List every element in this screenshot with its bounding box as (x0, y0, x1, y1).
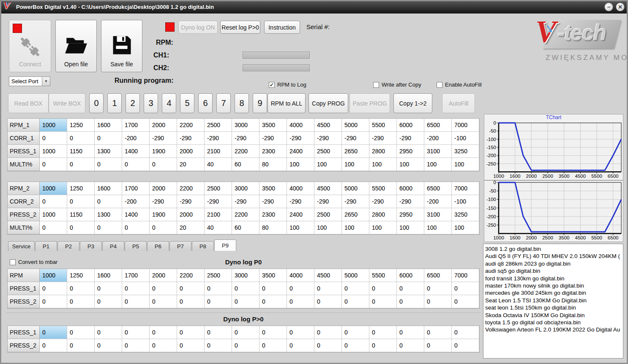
grid-cell[interactable]: 100 (287, 158, 314, 171)
grid-cell[interactable]: 0 (95, 195, 122, 208)
grid-cell[interactable]: 0 (122, 339, 150, 352)
grid-cell[interactable]: 0 (205, 295, 232, 308)
grid-cell[interactable]: 2100 (205, 208, 232, 221)
grid-cell[interactable]: 100 (314, 221, 342, 234)
grid-cell[interactable]: 0 (342, 282, 369, 295)
grid-cell[interactable]: 1250 (67, 119, 95, 132)
grid-cell[interactable]: 2400 (287, 145, 314, 158)
checkbox-box[interactable] (373, 82, 379, 88)
grid-cell[interactable]: 3100 (424, 145, 452, 158)
grid-cell[interactable]: 1700 (122, 182, 150, 195)
grid-cell[interactable]: 0 (150, 295, 177, 308)
grid-cell[interactable]: -290 (397, 132, 424, 145)
grid-cell[interactable]: 0 (259, 282, 287, 295)
grid-cell[interactable]: 0 (232, 339, 259, 352)
grid-cell[interactable]: -100 (452, 195, 479, 208)
grid-cell[interactable]: 2500 (314, 208, 342, 221)
grid-cell[interactable]: 100 (397, 158, 424, 171)
grid-cell[interactable]: 0 (95, 326, 122, 339)
grid-cell[interactable]: 0 (369, 339, 397, 352)
grid-cell[interactable]: 0 (40, 132, 67, 145)
grid-cell[interactable]: 0 (67, 195, 95, 208)
grid-cell[interactable]: 2500 (314, 145, 342, 158)
grid-cell[interactable]: 0 (424, 326, 452, 339)
grid-cell[interactable]: 1000 (40, 182, 67, 195)
grid-cell[interactable]: -290 (259, 195, 287, 208)
grid-cell[interactable]: 0 (122, 295, 150, 308)
grid-cell[interactable]: 6000 (397, 269, 424, 282)
grid-cell[interactable]: 4500 (314, 182, 342, 195)
grid-cell[interactable]: 2000 (177, 208, 205, 221)
grid-cell[interactable]: -290 (397, 195, 424, 208)
checkbox-box[interactable]: ✓ (269, 82, 275, 88)
grid-cell[interactable]: 3000 (232, 182, 259, 195)
grid-cell[interactable]: 0 (205, 326, 232, 339)
paste-prog-button[interactable]: Paste PROG (349, 93, 390, 113)
grid-cell[interactable]: 0 (40, 326, 67, 339)
grid-cell[interactable]: 80 (259, 221, 287, 234)
grid-cell[interactable]: 1900 (150, 208, 177, 221)
grid-cell[interactable]: 0 (369, 326, 397, 339)
program-4-button[interactable]: 4 (162, 93, 176, 113)
grid-cell[interactable]: -290 (205, 132, 232, 145)
grid-cell[interactable]: 0 (95, 339, 122, 352)
grid-cell[interactable]: 40 (205, 158, 232, 171)
grid-cell[interactable]: 2500 (205, 119, 232, 132)
file-list-item[interactable]: seat leon 1.5tsi 150km go digital.bin (485, 304, 623, 311)
grid-cell[interactable]: 0 (369, 295, 397, 308)
grid-cell[interactable]: 0 (205, 339, 232, 352)
file-list-item[interactable]: toyota 1.5 go digital od obciążenia.bin (485, 319, 623, 326)
grid-cell[interactable]: 2300 (259, 208, 287, 221)
grid-cell[interactable]: 5500 (369, 119, 397, 132)
open-file-button[interactable]: Open file (55, 20, 97, 72)
grid-cell[interactable]: 4000 (287, 182, 314, 195)
grid-cell[interactable]: 0 (259, 339, 287, 352)
grid-cell[interactable]: 1000 (40, 145, 67, 158)
grid-cell[interactable]: 4500 (314, 269, 342, 282)
grid-cell[interactable]: 0 (177, 295, 205, 308)
grid-cell[interactable]: 2950 (397, 145, 424, 158)
grid-cell[interactable]: 0 (232, 295, 259, 308)
file-list-item[interactable]: mercedes gle 300d 245km go digital.bin (485, 289, 623, 296)
grid-cell[interactable]: 3500 (259, 119, 287, 132)
grid-cell[interactable]: 2000 (150, 269, 177, 282)
grid-cell[interactable]: 1000 (40, 208, 67, 221)
grid-cell[interactable]: 2000 (150, 182, 177, 195)
grid-cell[interactable]: 0 (342, 295, 369, 308)
grid-cell[interactable]: 0 (95, 295, 122, 308)
grid-cell[interactable]: 0 (95, 132, 122, 145)
grid-cell[interactable]: 4000 (287, 119, 314, 132)
grid-cell[interactable]: -290 (232, 195, 259, 208)
grid-cell[interactable]: 0 (314, 295, 342, 308)
grid-cell[interactable]: -290 (342, 132, 369, 145)
grid-cell[interactable]: 0 (232, 326, 259, 339)
grid-cell[interactable]: -290 (369, 195, 397, 208)
grid-cell[interactable]: 7000 (452, 182, 479, 195)
grid-cell[interactable]: 100 (342, 158, 369, 171)
grid-cell[interactable]: 0 (287, 339, 314, 352)
grid-cell[interactable]: 3000 (232, 269, 259, 282)
grid-cell[interactable]: 6500 (424, 269, 452, 282)
grid-cell[interactable]: 0 (95, 158, 122, 171)
grid-cell[interactable]: 100 (452, 221, 479, 234)
grid-cell[interactable]: 3250 (452, 208, 479, 221)
grid-cell[interactable]: 0 (452, 282, 479, 295)
dyno-log-on-button[interactable]: Dyno log ON (178, 21, 218, 34)
file-listbox[interactable]: 3008 1.2 go digital.binAudi Q5 II (FY FL… (483, 244, 623, 359)
grid-cell[interactable]: 0 (232, 282, 259, 295)
tab-service[interactable]: Service (8, 241, 35, 251)
file-list-item[interactable]: master 170km nowy silnik go digital.bin (485, 282, 623, 289)
rpm-to-all-button[interactable]: RPM to ALL (268, 93, 306, 113)
grid-cell[interactable]: 5000 (342, 269, 369, 282)
grid-cell[interactable]: 3500 (259, 182, 287, 195)
grid-cell[interactable]: 6500 (424, 182, 452, 195)
grid-cell[interactable]: 0 (150, 282, 177, 295)
grid-cell[interactable]: 100 (369, 221, 397, 234)
tab-p2[interactable]: P2 (57, 241, 79, 251)
grid-cell[interactable]: 5500 (369, 182, 397, 195)
grid-cell[interactable]: 0 (122, 282, 150, 295)
grid-cell[interactable]: 6000 (397, 182, 424, 195)
write-after-copy-checkbox[interactable]: Write after Copy (373, 81, 421, 88)
grid-cell[interactable]: 20 (177, 158, 205, 171)
minimize-button[interactable]: − (604, 3, 613, 11)
